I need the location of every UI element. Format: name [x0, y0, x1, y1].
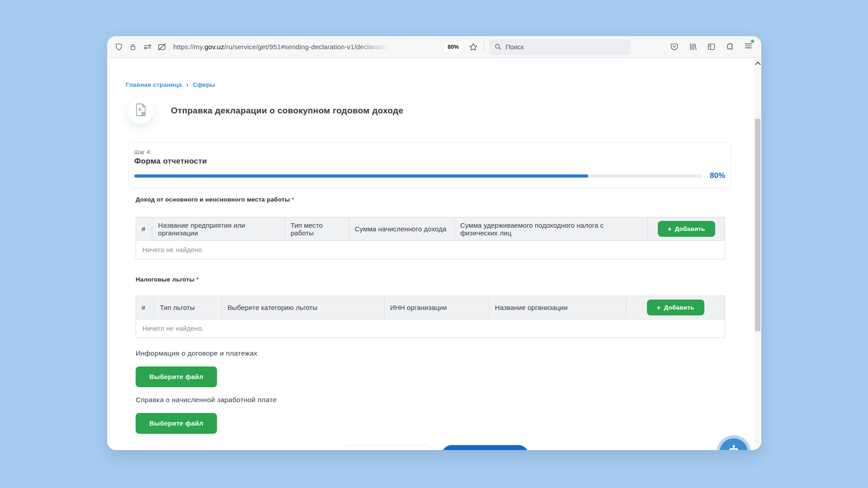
url-text: https://my.gov.uz/ru/service/get/951#sen… [173, 43, 390, 51]
page-zoom-badge[interactable]: 80% [443, 42, 463, 52]
progress-fill [134, 174, 588, 178]
benefits-add-button[interactable]: +Добавить [647, 300, 704, 315]
benefits-col-type: Тип льготы [154, 296, 222, 319]
search-placeholder: Поиск [505, 43, 524, 51]
income-table-header-row: # Название предприятия или организации Т… [136, 217, 725, 241]
benefits-table-header-row: # Тип льготы Выберите категорию льготы И… [136, 296, 725, 319]
required-asterisk: * [292, 196, 294, 203]
income-section-label: Доход от основного и неосновного места р… [136, 196, 294, 203]
income-add-button[interactable]: +Добавить [658, 221, 715, 237]
breadcrumb-separator-icon: › [186, 82, 188, 88]
browser-window: https://my.gov.uz/ru/service/get/951#sen… [107, 36, 761, 450]
bookmark-star-icon[interactable] [468, 42, 478, 52]
scroll-up-arrow-icon[interactable] [755, 61, 760, 66]
benefits-col-category: Выберите категорию льготы [222, 296, 385, 319]
plus-icon: + [668, 225, 672, 232]
search-input[interactable]: Поиск [490, 39, 631, 55]
scrollbar-thumb[interactable] [755, 119, 760, 331]
next-step-button[interactable]: Следующий› [442, 445, 528, 450]
progress-row: 80% [134, 171, 725, 180]
income-table: # Название предприятия или организации Т… [136, 217, 725, 259]
blocked-media-icon[interactable] [157, 42, 167, 52]
benefits-table-empty-row: Ничего не найдено. [136, 319, 725, 338]
contract-upload-label: Информация о договоре и платежах [136, 349, 257, 357]
progress-track [134, 174, 702, 178]
benefits-col-number: # [136, 296, 154, 319]
library-icon[interactable] [688, 42, 698, 52]
benefits-empty-text: Ничего не найдено. [136, 319, 725, 338]
income-col-number: # [136, 217, 152, 241]
required-asterisk: * [196, 276, 198, 283]
browser-toolbar: https://my.gov.uz/ru/service/get/951#sen… [107, 36, 761, 58]
declaration-document-icon [133, 102, 148, 119]
wizard-navigation: ‹Предыдущий Следующий› [107, 445, 761, 450]
sidebar-toggle-icon[interactable] [707, 42, 716, 52]
income-col-income-sum: Сумма начисленного дохода [349, 217, 454, 241]
shield-icon[interactable] [114, 42, 123, 52]
plus-icon: + [657, 304, 661, 311]
address-bar[interactable]: https://my.gov.uz/ru/service/get/951#sen… [173, 43, 439, 51]
toolbar-divider [484, 41, 484, 53]
previous-step-button[interactable]: ‹Предыдущий [340, 445, 434, 450]
service-avatar [127, 98, 154, 124]
salary-upload-label: Справка о начисленной заработной плате [136, 396, 277, 404]
toolbar-actions [670, 41, 753, 52]
step-progress-card: Шаг 4: Форма отчетности 80% [128, 142, 731, 188]
progress-percent-label: 80% [702, 171, 725, 180]
income-empty-text: Ничего не найдено. [136, 241, 725, 259]
desktop: { "browser": { "url_prefix": "https://my… [0, 0, 868, 488]
lock-icon[interactable] [129, 43, 137, 51]
benefits-col-inn: ИНН организации [384, 296, 489, 319]
benefits-section-label: Налоговые льготы* [136, 276, 199, 283]
search-icon [494, 43, 502, 51]
app-menu-button[interactable] [744, 41, 753, 52]
chatbot-icon [726, 444, 741, 450]
income-table-empty-row: Ничего не найдено. [136, 241, 725, 259]
page-scrollbar[interactable] [754, 58, 761, 450]
income-col-worktype: Тип место работы [285, 217, 349, 241]
step-name: Форма отчетности [134, 157, 725, 166]
pocket-icon[interactable] [670, 42, 679, 52]
page-content: Главная страница › Сферы Отправка деклар… [107, 58, 761, 450]
service-header: Отправка декларации о совокупном годовом… [127, 98, 403, 124]
chatbot-button[interactable] [720, 438, 748, 450]
breadcrumb: Главная страница › Сферы [126, 81, 215, 88]
breadcrumb-home-link[interactable]: Главная страница [126, 81, 182, 88]
step-label: Шаг 4: [134, 149, 725, 155]
benefits-table: # Тип льготы Выберите категорию льготы И… [136, 296, 725, 338]
benefits-col-orgname: Название организации [489, 296, 626, 319]
update-notification-dot [750, 39, 755, 43]
contract-file-button[interactable]: Выберите файл [136, 366, 217, 387]
page-title: Отправка декларации о совокупном годовом… [171, 106, 403, 116]
permissions-icon[interactable] [143, 42, 152, 52]
extensions-puzzle-icon[interactable] [725, 42, 735, 52]
income-col-tax-sum: Сумма удерживаемого подоходного налога с… [454, 217, 647, 241]
salary-file-button[interactable]: Выберите файл [136, 413, 217, 434]
income-col-organization: Название предприятия или организации [152, 217, 285, 241]
breadcrumb-spheres-link[interactable]: Сферы [193, 81, 215, 88]
